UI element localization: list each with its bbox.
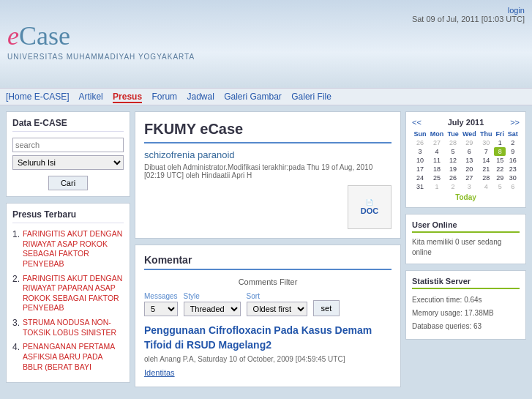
calendar-day[interactable]: 1 xyxy=(428,182,446,191)
list-item: 1. FARINGITIS AKUT DENGAN RIWAYAT ASAP R… xyxy=(12,229,124,269)
calendar-day[interactable]: 9 xyxy=(506,147,520,156)
comment-article-title[interactable]: Penggunaan Cifrofloxacin Pada Kasus Dema… xyxy=(144,324,391,352)
user-online-title: User Online xyxy=(412,220,520,233)
list-num: 3. xyxy=(12,318,20,338)
list-num: 2. xyxy=(12,274,20,314)
user-online-box: User Online Kita memiliki 0 user sedang … xyxy=(405,214,526,264)
datetime-text: Sat 09 of Jul, 2011 [01:03 UTC] xyxy=(412,15,525,23)
calendar-day[interactable]: 27 xyxy=(460,174,478,182)
calendar-day[interactable]: 10 xyxy=(412,156,428,165)
calendar-day[interactable]: 6 xyxy=(460,147,478,156)
calendar-day[interactable]: 26 xyxy=(412,138,428,147)
calendar-day[interactable]: 18 xyxy=(428,165,446,174)
header-top-right: login Sat 09 of Jul, 2011 [01:03 UTC] xyxy=(412,6,525,23)
sort-label: Sort xyxy=(247,292,307,300)
stats-list: Execution time: 0.64s Memory usage: 17.3… xyxy=(412,294,520,333)
messages-filter: Messages 5 xyxy=(144,292,178,316)
set-button[interactable]: set xyxy=(313,300,340,316)
stat-db: Database queries: 63 xyxy=(412,320,520,333)
nav-item-home[interactable]: [Home E-CASE] xyxy=(6,92,70,102)
list-link[interactable]: Penanganan Pertama Asfiksia Baru pada BB… xyxy=(23,342,124,372)
doc-label: DOC xyxy=(361,206,378,215)
article-box: FKUMY eCase schizofrenia paranoid Dibuat… xyxy=(135,111,401,239)
list-num: 1. xyxy=(12,229,20,269)
calendar-day[interactable]: 11 xyxy=(428,156,446,165)
nav-item-jadwal[interactable]: Jadwal xyxy=(187,92,214,102)
left-sidebar: Data E-CASE Seluruh Isi Cari Presus Terb… xyxy=(6,111,130,393)
calendar-today-label: Today xyxy=(412,191,520,201)
logo-subtitle: UNIVERSITAS MUHAMMADIYAH YOGYAKARTA xyxy=(7,53,195,61)
identitas-link[interactable]: Identitas xyxy=(144,368,175,377)
cal-day-tue: Tue xyxy=(446,130,460,138)
statistik-title: Statistik Server xyxy=(412,277,520,289)
list-item: 4. Penanganan Pertama Asfiksia Baru pada… xyxy=(12,342,124,372)
calendar-day[interactable]: 19 xyxy=(446,165,460,174)
article-body-area: 📄 DOC xyxy=(144,185,391,229)
search-input[interactable] xyxy=(12,138,124,152)
calendar-day[interactable]: 4 xyxy=(428,147,446,156)
search-button[interactable]: Cari xyxy=(48,176,88,190)
nav-item-galeri-gambar[interactable]: Galeri Gambar xyxy=(224,92,282,102)
search-select[interactable]: Seluruh Isi xyxy=(12,155,124,170)
calendar-day[interactable]: 30 xyxy=(506,174,520,182)
calendar-day[interactable]: 13 xyxy=(460,156,478,165)
calendar-day[interactable]: 5 xyxy=(446,147,460,156)
calendar-day[interactable]: 26 xyxy=(446,174,460,182)
calendar-day[interactable]: 28 xyxy=(478,174,494,182)
messages-select[interactable]: 5 xyxy=(144,302,178,316)
calendar-day[interactable]: 25 xyxy=(428,174,446,182)
calendar-day[interactable]: 30 xyxy=(478,138,494,147)
data-ecase-box: Data E-CASE Seluruh Isi Cari xyxy=(6,111,130,197)
calendar-body: 2627282930123456789101112131415161718192… xyxy=(412,138,520,191)
calendar-day[interactable]: 17 xyxy=(412,165,428,174)
calendar-next-button[interactable]: >> xyxy=(510,118,520,127)
calendar-day[interactable]: 1 xyxy=(494,138,506,147)
calendar-day[interactable]: 29 xyxy=(494,174,506,182)
calendar-day[interactable]: 2 xyxy=(446,182,460,191)
cal-day-wed: Wed xyxy=(460,130,478,138)
calendar-day[interactable]: 7 xyxy=(478,147,494,156)
comments-box: Komentar Comments Filter Messages 5 Styl… xyxy=(135,245,401,387)
login-link[interactable]: login xyxy=(508,6,525,15)
calendar-day[interactable]: 27 xyxy=(428,138,446,147)
presus-terbaru-title: Presus Terbaru xyxy=(12,209,124,223)
calendar-prev-button[interactable]: << xyxy=(412,118,422,127)
logo: eCase xyxy=(7,20,195,51)
article-subtitle: schizofrenia paranoid xyxy=(144,149,391,160)
calendar-day[interactable]: 2 xyxy=(506,138,520,147)
nav-item-presus[interactable]: Presus xyxy=(113,92,142,103)
calendar-day[interactable]: 20 xyxy=(460,165,478,174)
calendar-day[interactable]: 29 xyxy=(460,138,478,147)
article-doc-icon[interactable]: 📄 DOC xyxy=(348,185,391,229)
doc-icon-label: 📄 xyxy=(366,199,373,206)
calendar-day[interactable]: 5 xyxy=(494,182,506,191)
calendar-day[interactable]: 3 xyxy=(460,182,478,191)
user-online-text: Kita memiliki 0 user sedang online xyxy=(412,237,520,258)
style-select[interactable]: Threaded xyxy=(184,302,241,316)
calendar-day[interactable]: 12 xyxy=(446,156,460,165)
calendar-day[interactable]: 6 xyxy=(506,182,520,191)
cal-day-thu: Thu xyxy=(478,130,494,138)
calendar-day[interactable]: 21 xyxy=(478,165,494,174)
calendar-day[interactable]: 14 xyxy=(478,156,494,165)
calendar-day[interactable]: 23 xyxy=(506,165,520,174)
nav-item-forum[interactable]: Forum xyxy=(151,92,177,102)
calendar-day[interactable]: 31 xyxy=(412,182,428,191)
calendar-day[interactable]: 15 xyxy=(494,156,506,165)
list-link[interactable]: FARINGITIS AKUT DENGAN RIWAYAT ASAP ROKO… xyxy=(23,229,124,269)
calendar-day[interactable]: 8 xyxy=(494,147,506,156)
calendar-day[interactable]: 16 xyxy=(506,156,520,165)
logo-case: Case xyxy=(19,21,70,51)
list-link[interactable]: Struma Nodusa Non-Toksik Lobus Sinister xyxy=(23,318,124,338)
nav-item-galeri-file[interactable]: Galeri File xyxy=(291,92,331,102)
sort-select[interactable]: Oldest first xyxy=(247,302,307,316)
presus-list: 1. FARINGITIS AKUT DENGAN RIWAYAT ASAP R… xyxy=(12,229,124,372)
style-filter: Style Threaded xyxy=(184,292,241,316)
list-link[interactable]: FARINGITIS AKUT DENGAN RIWAYAT PAPARAN A… xyxy=(23,274,124,314)
calendar-day[interactable]: 22 xyxy=(494,165,506,174)
nav-item-artikel[interactable]: Artikel xyxy=(78,92,102,102)
calendar-day[interactable]: 3 xyxy=(412,147,428,156)
calendar-day[interactable]: 4 xyxy=(478,182,494,191)
calendar-day[interactable]: 24 xyxy=(412,174,428,182)
calendar-day[interactable]: 28 xyxy=(446,138,460,147)
